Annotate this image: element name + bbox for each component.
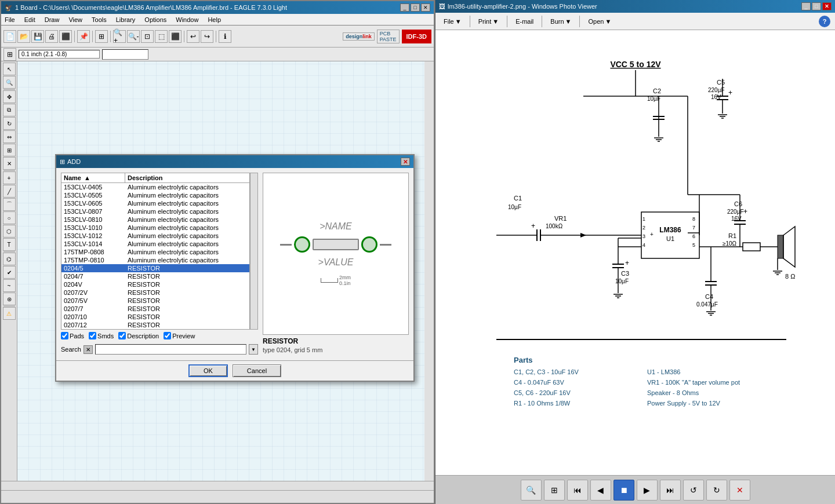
pin-btn[interactable]: 📌: [77, 30, 90, 43]
idf-3d-btn[interactable]: IDF-3D: [402, 30, 431, 43]
list-item[interactable]: 153CLV-1014Aluminum electrolytic capacit…: [61, 240, 249, 248]
pv-open-btn[interactable]: Open ▼: [584, 17, 615, 26]
list-item[interactable]: 0204VRESISTOR: [61, 280, 249, 288]
menu-draw[interactable]: Draw: [43, 16, 61, 23]
circle-btn[interactable]: ○: [3, 211, 16, 224]
menu-file[interactable]: File: [3, 16, 16, 23]
add-btn[interactable]: +: [3, 171, 16, 184]
open-btn[interactable]: 📂: [17, 30, 30, 43]
pv-print-btn[interactable]: Print ▼: [475, 17, 503, 26]
delete-btn[interactable]: ✕: [3, 157, 16, 170]
monitor-btn[interactable]: ⬛: [59, 30, 72, 43]
menu-window[interactable]: Window: [175, 16, 199, 23]
zoom-out-btn[interactable]: 🔍-: [127, 30, 140, 43]
menu-options[interactable]: Options: [143, 16, 168, 23]
cb-pads[interactable]: Pads: [61, 332, 84, 339]
list-item[interactable]: 153CLV-0505Aluminum electrolytic capacit…: [61, 191, 249, 199]
search-dropdown[interactable]: ▼: [249, 344, 258, 355]
cb-smds[interactable]: Smds: [89, 332, 114, 339]
arc-btn[interactable]: ⌒: [3, 198, 16, 211]
list-item[interactable]: 0207/7RESISTOR: [61, 305, 249, 313]
list-item[interactable]: 153CLV-0810Aluminum electrolytic capacit…: [61, 216, 249, 224]
list-item[interactable]: 0207/12RESISTOR: [61, 321, 249, 329]
col-name-header[interactable]: Name ▲: [61, 173, 125, 182]
pv-rotate-left-btn[interactable]: ↺: [683, 480, 704, 501]
route-btn[interactable]: ~: [3, 279, 16, 292]
select-btn[interactable]: ↖: [3, 63, 16, 75]
cb-preview-input[interactable]: [164, 332, 171, 339]
menu-view[interactable]: View: [67, 16, 84, 23]
mirror-btn[interactable]: ⇔: [3, 130, 16, 143]
pv-next-btn[interactable]: ▶: [637, 480, 658, 501]
list-item[interactable]: 0207/5VRESISTOR: [61, 297, 249, 305]
eagle-close-btn[interactable]: ✕: [421, 3, 430, 12]
pv-email-btn[interactable]: E-mail: [512, 17, 537, 26]
list-item[interactable]: 153CLV-1010Aluminum electrolytic capacit…: [61, 224, 249, 232]
component-list[interactable]: 153CLV-0405Aluminum electrolytic capacit…: [61, 183, 250, 330]
zoom-fit-btn[interactable]: ⊡: [141, 30, 154, 43]
pv-current-btn[interactable]: ⏹: [613, 480, 634, 501]
list-item[interactable]: 175TMP-0810Aluminum electrolytic capacit…: [61, 256, 249, 264]
pv-burn-btn[interactable]: Burn ▼: [547, 17, 575, 26]
undo-btn[interactable]: ↩: [187, 30, 199, 43]
cb-description[interactable]: Description: [118, 332, 159, 339]
pv-first-btn[interactable]: ⏮: [567, 480, 588, 501]
eagle-maximize-btn[interactable]: □: [411, 3, 420, 12]
pv-fit-btn[interactable]: ⊞: [544, 480, 565, 501]
pv-help-btn[interactable]: ?: [819, 16, 830, 27]
zoom-in-btn[interactable]: 🔍+: [113, 30, 126, 43]
move-btn[interactable]: ✥: [3, 90, 16, 103]
ok-btn[interactable]: OK: [188, 364, 228, 377]
design-link-btn[interactable]: design link: [343, 32, 375, 41]
pv-zoom-btn[interactable]: 🔍: [521, 480, 542, 501]
list-item[interactable]: 0207/10RESISTOR: [61, 313, 249, 321]
save-btn[interactable]: 💾: [31, 30, 44, 43]
pv-prev-btn[interactable]: ◀: [590, 480, 611, 501]
search-input[interactable]: [95, 344, 246, 355]
pcb-paste-btn[interactable]: PCBPASTE: [377, 30, 400, 43]
copy-btn[interactable]: ⧉: [3, 104, 16, 116]
pv-last-btn[interactable]: ⏭: [660, 480, 681, 501]
zoom-lt-btn[interactable]: 🔍: [3, 76, 16, 89]
layer-btn[interactable]: ⊞: [3, 48, 16, 61]
list-item[interactable]: 0204/5RESISTOR: [61, 264, 249, 272]
pv-close-btn[interactable]: ✕: [822, 2, 832, 10]
search-clear-btn[interactable]: ✕: [84, 345, 93, 354]
cb-smds-input[interactable]: [89, 332, 96, 339]
print-btn[interactable]: 🖨: [45, 30, 58, 43]
rotate-btn[interactable]: ↻: [3, 117, 16, 130]
cb-preview[interactable]: Preview: [164, 332, 195, 339]
dialog-close-btn[interactable]: ✕: [401, 158, 410, 166]
fanout-btn[interactable]: ⊛: [3, 293, 16, 305]
h-scrollbar[interactable]: [1, 482, 434, 490]
pv-rotate-right-btn[interactable]: ↻: [706, 480, 727, 501]
zoom-prev-btn[interactable]: ⬛: [169, 30, 181, 43]
pv-file-btn[interactable]: File ▼: [440, 17, 465, 26]
pv-delete-btn[interactable]: ✕: [729, 480, 750, 501]
cb-pads-input[interactable]: [61, 332, 68, 339]
ratsnest-btn[interactable]: ⌬: [3, 253, 16, 265]
list-item[interactable]: 153CLV-1012Aluminum electrolytic capacit…: [61, 232, 249, 240]
list-item[interactable]: 175TMP-0808Aluminum electrolytic capacit…: [61, 248, 249, 256]
list-item[interactable]: 0204/7RESISTOR: [61, 272, 249, 280]
cancel-btn[interactable]: Cancel: [233, 364, 281, 377]
redo-btn[interactable]: ↪: [201, 30, 213, 43]
eagle-canvas[interactable]: ⊞ ADD ✕ Name ▲: [17, 61, 424, 481]
pv-maximize-btn[interactable]: □: [812, 2, 821, 10]
wire-btn[interactable]: ╱: [3, 185, 16, 198]
eagle-bottom-scroll[interactable]: [1, 481, 434, 490]
list-item[interactable]: 153CLV-0405Aluminum electrolytic capacit…: [61, 183, 249, 191]
menu-tools[interactable]: Tools: [90, 16, 108, 23]
group-btn[interactable]: ⊞: [3, 144, 16, 156]
list-scrollbar[interactable]: [250, 173, 258, 330]
eagle-right-scroll[interactable]: [424, 61, 434, 481]
list-item[interactable]: 153CLV-0807Aluminum electrolytic capacit…: [61, 207, 249, 216]
zoom-sel-btn[interactable]: ⬚: [155, 30, 168, 43]
cb-description-input[interactable]: [118, 332, 126, 339]
list-item[interactable]: 153CLV-0605Aluminum electrolytic capacit…: [61, 199, 249, 207]
layer-selector[interactable]: [102, 49, 148, 60]
eagle-minimize-btn[interactable]: _: [400, 3, 409, 12]
text-btn[interactable]: T: [3, 238, 16, 251]
info-btn[interactable]: ℹ: [219, 30, 231, 43]
grid-btn[interactable]: ⊞: [95, 30, 108, 43]
